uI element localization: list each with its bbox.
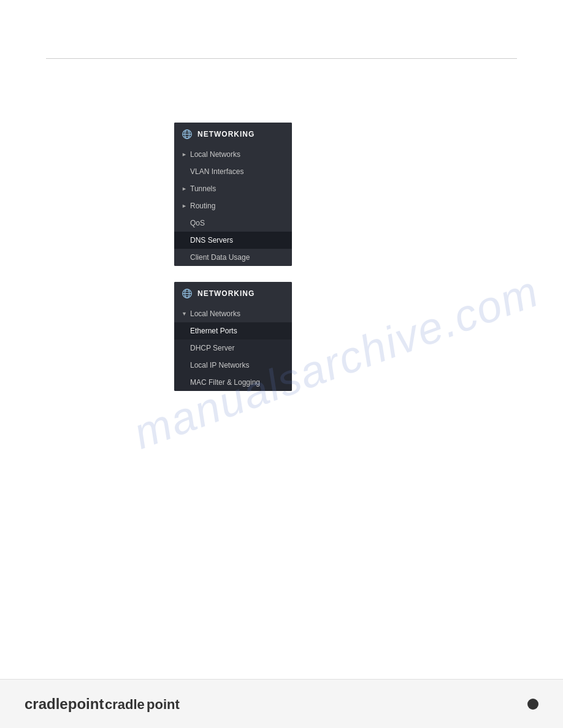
arrow-icon: ► [182, 151, 188, 157]
menu-item-vlan[interactable]: VLAN Interfaces [174, 163, 292, 180]
menu-item-label: DNS Servers [190, 236, 283, 245]
menu-item-label: Tunnels [190, 184, 283, 193]
menu-subitem-dhcp-server[interactable]: DHCP Server [174, 339, 292, 357]
menu-subitem-label: MAC Filter & Logging [190, 378, 260, 387]
globe-icon-2 [182, 288, 193, 299]
menu-item-label: Client Data Usage [190, 253, 283, 262]
svg-text:cradle: cradle [105, 697, 145, 712]
menu-item-dns-servers[interactable]: DNS Servers [174, 232, 292, 249]
logo-point-text: po [68, 696, 86, 712]
arrow-down-icon: ▼ [182, 311, 188, 317]
menu-subitem-label: Local IP Networks [190, 361, 250, 370]
menu-item-local-networks[interactable]: ► Local Networks [174, 146, 292, 163]
cradlepoint-logo: cradlepoint cradle point [25, 692, 185, 716]
menu-item-label: VLAN Interfaces [190, 167, 283, 176]
menu-title-2: NETWORKING [197, 289, 255, 298]
footer-page-indicator [527, 699, 538, 710]
menu-subitem-ethernet-ports[interactable]: Ethernet Ports [174, 322, 292, 339]
networking-menu-2: NETWORKING ▼ Local Networks Ethernet Por… [174, 282, 292, 391]
menu-subitem-label: DHCP Server [190, 344, 234, 352]
top-divider [46, 58, 517, 59]
arrow-icon: ► [182, 203, 188, 209]
menu-item-client-data[interactable]: Client Data Usage [174, 249, 292, 266]
menu-item-qos[interactable]: QoS [174, 214, 292, 232]
menu-subitem-mac-filter[interactable]: MAC Filter & Logging [174, 374, 292, 391]
menu-title-1: NETWORKING [197, 130, 255, 138]
menu-item-tunnels[interactable]: ► Tunnels [174, 180, 292, 197]
menu-item-label: Local Networks [190, 309, 283, 318]
logo-text: cradlepoint [25, 696, 104, 713]
globe-icon-1 [182, 129, 193, 140]
menu-item-routing[interactable]: ► Routing [174, 197, 292, 214]
menu-subitem-label: Ethernet Ports [190, 327, 237, 335]
menu-header-2: NETWORKING [174, 282, 292, 305]
arrow-icon: ► [182, 186, 188, 192]
menu-item-label: QoS [190, 219, 283, 227]
networking-menu-1: NETWORKING ► Local Networks VLAN Interfa… [174, 123, 292, 266]
logo-svg: cradle point [105, 692, 185, 716]
logo-int-text: int [86, 696, 104, 712]
footer: cradlepoint cradle point [0, 679, 563, 728]
svg-text:point: point [147, 697, 180, 712]
menu-item-label: Routing [190, 202, 283, 210]
menu-item-label: Local Networks [190, 150, 283, 159]
menu-item-local-networks-expanded[interactable]: ▼ Local Networks [174, 305, 292, 322]
menu-header-1: NETWORKING [174, 123, 292, 146]
menu-subitem-local-ip[interactable]: Local IP Networks [174, 357, 292, 374]
